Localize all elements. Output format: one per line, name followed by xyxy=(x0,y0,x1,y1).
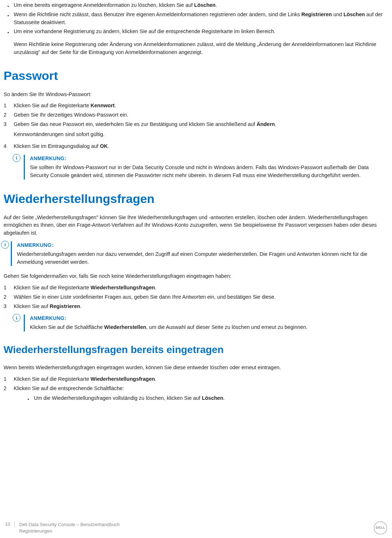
text: Klicken Sie auf die Schaltfläche xyxy=(30,324,104,330)
text: Um die Wiederherstellungsfragen vollstän… xyxy=(34,395,202,401)
text: . xyxy=(275,121,276,127)
list-item: Um eine vorhandene Registrierung zu ände… xyxy=(4,28,386,56)
step-number: 2 xyxy=(4,111,10,119)
text: . xyxy=(114,103,116,108)
bold-term: Kennwort xyxy=(91,103,115,108)
text: Klicken Sie auf die Registerkarte xyxy=(14,103,91,108)
text: Klicken Sie auf xyxy=(14,303,50,309)
bold-term: OK xyxy=(100,143,108,149)
text: . xyxy=(155,285,156,290)
note-heading: ANMERKUNG: xyxy=(30,155,386,162)
list-item: 2 Klicken Sie auf die entsprechende Scha… xyxy=(4,385,386,403)
list-item: Um eine bereits eingetragene Anmeldeinfo… xyxy=(4,1,386,9)
bold-term: Wiederherstellungsfragen xyxy=(91,285,155,290)
intro-bullet-list: Um eine bereits eingetragene Anmeldeinfo… xyxy=(4,1,386,56)
page-footer: 10 Dell Data Security Console – Benutzer… xyxy=(5,521,387,534)
dell-logo-icon: DELL xyxy=(374,521,387,534)
list-item: 3 Klicken Sie auf Registrieren. xyxy=(4,303,386,311)
paragraph: Wenn bereits Wiederherstellungsfragen ei… xyxy=(4,364,386,372)
list-item: 1 Klicken Sie auf die Registerkarte Wied… xyxy=(4,375,386,383)
text: Wählen Sie in einer Liste vordefinierter… xyxy=(14,294,276,300)
step-number: 1 xyxy=(4,375,10,383)
text: . xyxy=(223,395,225,401)
text: , um die Auswahl auf dieser Seite zu lös… xyxy=(146,324,307,330)
note-body: Wiederherstellungsfragen werden nur dazu… xyxy=(17,250,386,266)
step-number: 4 xyxy=(4,143,10,150)
heading-recovery-already: Wiederherstellungsfragen bereits eingetr… xyxy=(4,342,386,357)
text: . xyxy=(108,143,109,149)
recovery-steps: 1 Klicken Sie auf die Registerkarte Wied… xyxy=(4,284,386,310)
note-box: ANMERKUNG: Klicken Sie auf die Schaltflä… xyxy=(24,315,325,331)
step-number: 2 xyxy=(4,293,10,301)
page-number: 10 xyxy=(5,521,15,528)
list-item: 3 Geben Sie das neue Passwort ein, wiede… xyxy=(4,121,386,139)
footer-titles: Dell Data Security Console – Benutzerhan… xyxy=(19,521,120,534)
text: Geben Sie Ihr derzeitiges Windows-Passwo… xyxy=(14,112,128,118)
bold-term: Löschen xyxy=(343,12,365,17)
text: . xyxy=(216,2,217,8)
footer-left: 10 Dell Data Security Console – Benutzer… xyxy=(5,521,120,534)
text: Klicken Sie im Eintragungsdialog auf xyxy=(14,143,100,149)
step-number: 1 xyxy=(4,284,10,292)
paragraph: Wenn Richtlinie keine Registrierung oder… xyxy=(14,41,386,56)
footer-section: Registrierungen xyxy=(19,528,120,534)
paragraph: So ändern Sie Ihr Windows-Passwort: xyxy=(4,91,386,99)
list-item: 4 Klicken Sie im Eintragungsdialog auf O… xyxy=(4,143,386,150)
text: . xyxy=(80,303,82,309)
passwort-steps: 1 Klicken Sie auf die Registerkarte Kenn… xyxy=(4,102,386,150)
paragraph: Auf der Seite „Wiederherstellungsfragen"… xyxy=(4,214,386,237)
page: Um eine bereits eingetragene Anmeldeinfo… xyxy=(0,1,392,538)
text: Um eine vorhandene Registrierung zu ände… xyxy=(14,28,275,34)
footer-title: Dell Data Security Console – Benutzerhan… xyxy=(19,521,120,528)
list-item: 2 Geben Sie Ihr derzeitiges Windows-Pass… xyxy=(4,111,386,119)
bold-term: Löschen xyxy=(194,2,216,8)
heading-recovery: Wiederherstellungsfragen xyxy=(4,190,386,208)
text: Kennwortänderungen sind sofort gültig. xyxy=(14,131,386,139)
bold-term: Registrieren xyxy=(50,303,80,309)
step-number: 2 xyxy=(4,385,10,393)
bold-term: Löschen xyxy=(202,395,224,401)
text: und xyxy=(332,12,343,17)
note-heading: ANMERKUNG: xyxy=(30,315,325,322)
list-item: Wenn die Richtlinie nicht zulässt, dass … xyxy=(4,11,386,27)
list-item: Um die Wiederherstellungsfragen vollstän… xyxy=(14,394,386,402)
list-item: 2 Wählen Sie in einer Liste vordefiniert… xyxy=(4,293,386,301)
info-icon xyxy=(13,154,21,162)
text: Klicken Sie auf die Registerkarte xyxy=(14,376,91,382)
step-number: 3 xyxy=(4,303,10,311)
list-item: 1 Klicken Sie auf die Registerkarte Kenn… xyxy=(4,102,386,110)
text: Klicken Sie auf die entsprechende Schalt… xyxy=(14,385,124,391)
text: Um eine bereits eingetragene Anmeldeinfo… xyxy=(14,2,194,8)
info-icon xyxy=(1,241,9,249)
bold-term: Wiederherstellen xyxy=(104,324,146,330)
paragraph: Gehen Sie folgendermaßen vor, falls Sie … xyxy=(4,272,386,280)
bold-term: Registrieren xyxy=(301,12,332,17)
note-box: ANMERKUNG: Sie sollten Ihr Windows-Passw… xyxy=(24,155,386,180)
step-number: 1 xyxy=(4,102,10,110)
recovery2-steps: 1 Klicken Sie auf die Registerkarte Wied… xyxy=(4,375,386,402)
heading-passwort: Passwort xyxy=(4,67,386,85)
list-item: 1 Klicken Sie auf die Registerkarte Wied… xyxy=(4,284,386,292)
text: Klicken Sie auf die Registerkarte xyxy=(14,285,91,290)
text: . xyxy=(155,376,156,382)
info-icon xyxy=(13,314,21,322)
text: Wenn die Richtlinie nicht zulässt, dass … xyxy=(14,12,301,17)
note-body: Sie sollten Ihr Windows-Passwort nur in … xyxy=(30,164,386,180)
sub-bullet-list: Um die Wiederherstellungsfragen vollstän… xyxy=(14,394,386,402)
text: Geben Sie das neue Passwort ein, wiederh… xyxy=(14,121,257,127)
note-heading: ANMERKUNG: xyxy=(17,241,386,249)
note-box: ANMERKUNG: Wiederherstellungsfragen werd… xyxy=(11,241,386,266)
bold-term: Ändern xyxy=(257,121,275,127)
note-body: Klicken Sie auf die Schaltfläche Wiederh… xyxy=(30,324,325,331)
bold-term: Wiederherstellungsfragen xyxy=(91,376,155,382)
step-number: 3 xyxy=(4,121,10,128)
